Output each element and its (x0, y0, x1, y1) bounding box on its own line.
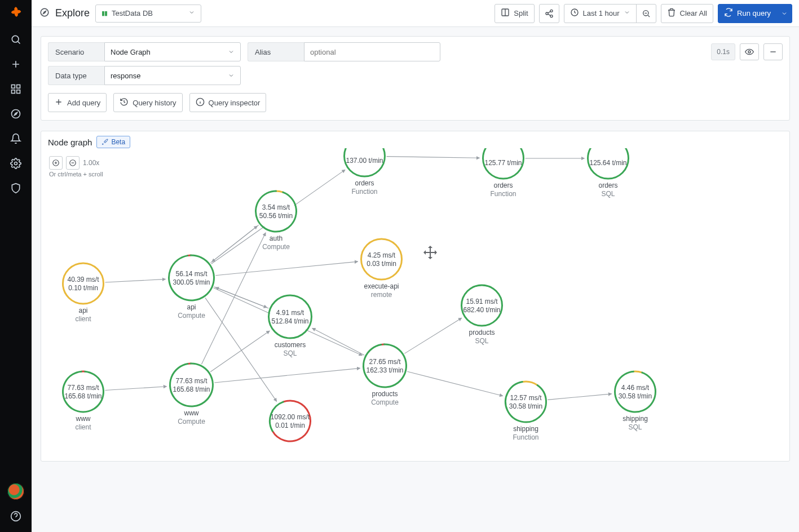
svg-text:client: client (75, 315, 91, 323)
scenario-select[interactable]: Node Graph (104, 42, 241, 61)
share-button[interactable] (539, 4, 559, 23)
chevron-down-icon (228, 72, 235, 79)
columns-icon (501, 8, 510, 19)
svg-text:0.10 t/min: 0.10 t/min (68, 284, 98, 292)
nav-profile-avatar[interactable] (5, 480, 27, 503)
graph-node[interactable]: 4.25 ms/t0.03 t/minexecute-apiremote (361, 239, 402, 299)
zoom-out-icon (642, 9, 651, 18)
svg-text:remote: remote (371, 291, 392, 299)
svg-rect-4 (12, 90, 15, 94)
graph-node[interactable]: 3.54 ms/t50.56 t/minauthCompute (256, 191, 297, 251)
graph-node[interactable]: 125.64 t/minordersSQL (588, 148, 629, 198)
datatype-select[interactable]: response (104, 66, 241, 85)
svg-text:77.63 ms/t: 77.63 ms/t (67, 384, 99, 392)
minus-icon (769, 47, 778, 56)
graph-node[interactable]: 12.57 ms/t30.58 t/minshippingFunction (506, 382, 546, 441)
graph-edge (201, 233, 266, 364)
svg-point-29 (170, 256, 213, 299)
svg-point-11 (546, 12, 548, 15)
svg-point-10 (550, 10, 553, 12)
info-icon (196, 97, 205, 108)
svg-text:orders: orders (493, 181, 513, 189)
graph-edge (105, 387, 166, 391)
graph-node[interactable]: 137.00 t/minordersFunction (345, 148, 385, 196)
beta-badge: Beta (96, 136, 130, 148)
svg-text:77.63 ms/t: 77.63 ms/t (175, 377, 208, 385)
graph-edge (407, 371, 503, 396)
history-icon (120, 97, 129, 108)
graph-node[interactable]: 40.39 ms/t0.10 t/minapiclient (63, 263, 104, 323)
trash-icon (667, 8, 676, 19)
svg-rect-2 (17, 85, 20, 88)
svg-point-84 (616, 373, 655, 411)
clear-all-button[interactable]: Clear All (661, 4, 713, 23)
add-query-label: Add query (67, 99, 100, 107)
query-inspector-button[interactable]: Query inspector (189, 93, 267, 112)
svg-point-5 (12, 110, 20, 118)
datasource-picker[interactable]: ▮▮ TestData DB (95, 5, 201, 23)
main-column: Explore ▮▮ TestData DB Split Last 1 hour (32, 0, 799, 532)
svg-text:products: products (469, 329, 495, 336)
graph-node[interactable]: 77.63 ms/t165.68 t/minwwwCompute (170, 363, 213, 425)
remove-query-button[interactable] (763, 43, 783, 60)
graph-edge (215, 261, 357, 276)
compass-icon (39, 7, 50, 19)
node-graph-canvas[interactable]: 1.00x Or ctrl/meta + scroll 40.39 ms/t0.… (41, 148, 789, 461)
svg-point-53 (270, 296, 311, 337)
graph-node[interactable]: 1092.00 ms/t0.01 t/min (270, 401, 311, 441)
svg-text:512.84 t/min: 512.84 t/min (271, 317, 308, 325)
add-query-button[interactable]: Add query (48, 93, 107, 112)
alias-input[interactable] (304, 42, 440, 61)
svg-text:orders: orders (355, 179, 374, 187)
toggle-visibility-button[interactable] (740, 43, 759, 60)
plus-icon (54, 97, 63, 108)
svg-text:0.01 t/min: 0.01 t/min (275, 422, 305, 429)
svg-text:56.14 ms/t: 56.14 ms/t (175, 270, 208, 278)
svg-text:products: products (372, 390, 398, 398)
nav-config-icon[interactable] (5, 152, 27, 175)
svg-point-15 (748, 51, 751, 53)
svg-text:SQL: SQL (283, 349, 297, 357)
svg-rect-3 (17, 90, 20, 94)
time-label: Last 1 hour (583, 9, 620, 17)
nav-help-icon[interactable] (5, 505, 27, 527)
svg-point-12 (550, 15, 553, 17)
split-button[interactable]: Split (495, 4, 534, 23)
nav-admin-icon[interactable] (5, 177, 27, 200)
graph-node[interactable]: 4.46 ms/t30.58 t/minshippingSQL (615, 371, 656, 431)
graph-node[interactable]: 77.63 ms/t165.68 t/minwwwclient (63, 371, 104, 431)
svg-text:162.33 t/min: 162.33 t/min (366, 366, 403, 374)
nav-create-icon[interactable] (5, 53, 27, 76)
query-history-button[interactable]: Query history (113, 93, 182, 112)
time-picker[interactable]: Last 1 hour (564, 4, 637, 23)
graph-node[interactable]: 56.14 ms/t300.05 t/minapiCompute (169, 255, 214, 320)
grafana-logo[interactable] (3, 1, 28, 26)
graph-node[interactable]: 4.91 ms/t512.84 t/mincustomersSQL (269, 295, 312, 357)
svg-rect-1 (12, 85, 15, 88)
graph-edge (105, 279, 165, 282)
nav-alerting-icon[interactable] (5, 127, 27, 150)
nav-explore-icon[interactable] (5, 103, 27, 125)
topbar: Explore ▮▮ TestData DB Split Last 1 hour (32, 0, 799, 27)
svg-text:125.64 t/min: 125.64 t/min (589, 159, 626, 167)
scenario-value: Node Graph (111, 48, 151, 56)
nav-search-icon[interactable] (5, 28, 27, 51)
svg-text:4.46 ms/t: 4.46 ms/t (621, 384, 650, 392)
run-query-button[interactable]: Run query (718, 4, 777, 23)
svg-point-66 (463, 286, 501, 325)
zoom-out-time-button[interactable] (636, 4, 656, 23)
run-query-options[interactable] (776, 4, 792, 23)
chevron-down-icon (188, 9, 195, 17)
graph-edge (312, 328, 365, 355)
svg-text:30.58 t/min: 30.58 t/min (509, 402, 542, 410)
graph-node[interactable]: 125.77 t/minordersFunction (483, 148, 524, 198)
graph-node[interactable]: 15.91 ms/t682.40 t/minproductsSQL (462, 285, 502, 345)
svg-text:auth: auth (270, 234, 282, 242)
eye-icon (745, 47, 754, 56)
svg-text:shipping: shipping (513, 425, 538, 433)
nav-dashboards-icon[interactable] (5, 78, 27, 100)
svg-point-6 (15, 162, 17, 165)
graph-edge (404, 318, 462, 353)
graph-node[interactable]: 27.65 ms/t162.33 t/minproductsCompute (364, 344, 407, 406)
svg-text:SQL: SQL (601, 190, 615, 198)
